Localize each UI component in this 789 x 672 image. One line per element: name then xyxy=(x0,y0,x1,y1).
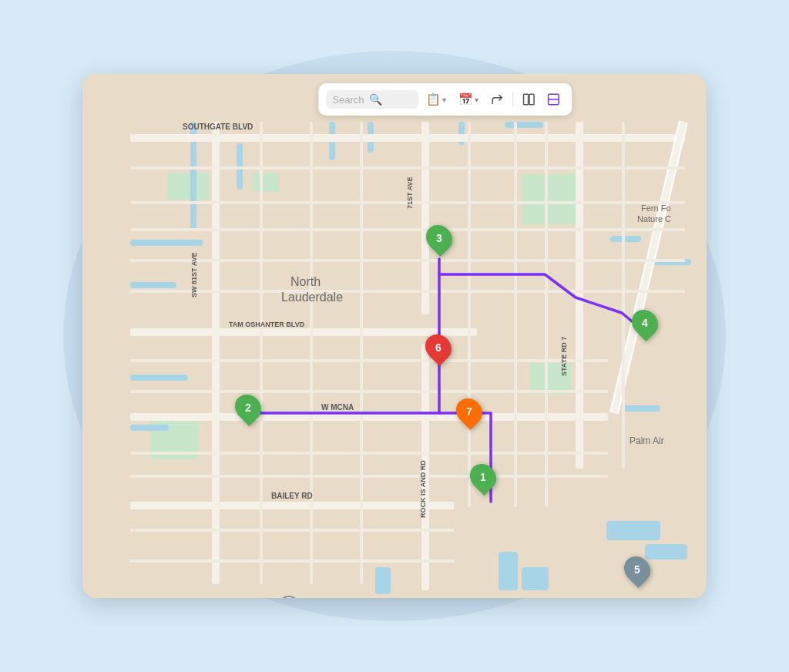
svg-rect-39 xyxy=(130,259,685,262)
toolbar-separator xyxy=(512,92,513,107)
svg-text:North: North xyxy=(290,275,321,288)
svg-rect-31 xyxy=(421,122,429,314)
layout-button[interactable] xyxy=(542,89,564,110)
svg-rect-24 xyxy=(522,567,549,590)
map-container: SOUTHGATE BLVD SW 81ST AVE 71ST AVE TAM … xyxy=(82,74,707,598)
svg-text:BAILEY RD: BAILEY RD xyxy=(271,492,313,500)
pin-number-6: 6 xyxy=(435,341,442,354)
svg-rect-67 xyxy=(524,94,529,105)
clipboard-icon: 📋 xyxy=(426,92,441,106)
search-icon[interactable]: 🔍 xyxy=(369,93,382,106)
svg-rect-5 xyxy=(167,173,210,200)
svg-rect-23 xyxy=(499,552,518,590)
svg-text:Lauderdale: Lauderdale xyxy=(281,291,343,304)
svg-rect-25 xyxy=(375,567,391,594)
toolbar: Search 🔍 📋 ▾ 📅 ▾ xyxy=(318,83,572,116)
svg-text:SOUTHGATE BLVD: SOUTHGATE BLVD xyxy=(183,123,253,131)
svg-rect-27 xyxy=(130,328,477,336)
svg-rect-45 xyxy=(130,529,454,532)
clipboard-arrow: ▾ xyxy=(442,96,446,104)
svg-rect-68 xyxy=(529,94,534,105)
svg-rect-1 xyxy=(522,174,583,224)
svg-rect-12 xyxy=(130,375,188,381)
svg-rect-21 xyxy=(606,521,660,540)
map-pin-7[interactable]: 7 xyxy=(457,398,482,425)
calendar-dropdown[interactable]: 📅 ▾ xyxy=(454,89,483,109)
map-pin-6[interactable]: 6 xyxy=(426,334,451,361)
outer-container: SOUTHGATE BLVD SW 81ST AVE 71ST AVE TAM … xyxy=(63,51,726,621)
svg-rect-22 xyxy=(645,544,687,559)
search-box[interactable]: Search 🔍 xyxy=(326,90,418,109)
map-svg: SOUTHGATE BLVD SW 81ST AVE 71ST AVE TAM … xyxy=(82,74,707,598)
svg-rect-17 xyxy=(505,122,543,128)
svg-rect-36 xyxy=(130,166,685,170)
svg-rect-38 xyxy=(130,228,685,231)
clipboard-dropdown[interactable]: 📋 ▾ xyxy=(421,89,451,109)
svg-text:SW 81ST AVE: SW 81ST AVE xyxy=(190,252,198,297)
pin-number-2: 2 xyxy=(245,402,251,414)
pin-number-7: 7 xyxy=(466,405,472,418)
svg-rect-52 xyxy=(545,122,548,507)
map-pin-4[interactable]: 4 xyxy=(633,309,657,337)
svg-rect-6 xyxy=(252,173,279,192)
svg-text:STATE RD 7: STATE RD 7 xyxy=(560,337,568,376)
svg-rect-53 xyxy=(622,122,625,469)
svg-text:TAM OSHANTER BLVD: TAM OSHANTER BLVD xyxy=(229,321,305,328)
svg-rect-41 xyxy=(130,359,608,362)
pin-number-3: 3 xyxy=(436,232,442,244)
pin-number-4: 4 xyxy=(642,317,648,329)
svg-rect-46 xyxy=(130,559,454,563)
map-pin-3[interactable]: 3 xyxy=(427,224,452,252)
split-view-button[interactable] xyxy=(518,89,539,110)
svg-text:71ST AVE: 71ST AVE xyxy=(406,176,414,209)
calendar-icon: 📅 xyxy=(458,92,473,106)
svg-rect-49 xyxy=(360,122,363,584)
svg-rect-20 xyxy=(622,405,660,412)
svg-rect-43 xyxy=(130,452,608,455)
svg-rect-33 xyxy=(576,122,583,469)
pin-number-5: 5 xyxy=(634,563,640,576)
search-text: Search xyxy=(332,94,364,106)
calendar-arrow: ▾ xyxy=(475,96,478,104)
map-pin-1[interactable]: 1 xyxy=(471,463,495,491)
svg-rect-47 xyxy=(260,122,263,584)
pin-number-1: 1 xyxy=(480,471,486,483)
map-pin-2[interactable]: 2 xyxy=(236,394,260,422)
svg-text:W MCNA: W MCNA xyxy=(321,403,354,412)
svg-rect-18 xyxy=(610,236,641,242)
svg-rect-13 xyxy=(130,425,169,431)
svg-rect-44 xyxy=(130,475,608,478)
svg-rect-48 xyxy=(310,122,313,584)
svg-rect-30 xyxy=(212,122,220,584)
svg-text:ROCK IS AND RD: ROCK IS AND RD xyxy=(419,460,427,518)
svg-rect-42 xyxy=(130,390,608,393)
svg-text:Nature C: Nature C xyxy=(637,214,671,223)
svg-rect-10 xyxy=(130,282,176,288)
map-pin-5[interactable]: 5 xyxy=(625,556,650,583)
svg-rect-51 xyxy=(514,122,517,507)
svg-text:Palm Air: Palm Air xyxy=(630,435,664,446)
svg-rect-9 xyxy=(130,240,203,246)
svg-rect-40 xyxy=(130,290,685,293)
navigate-button[interactable] xyxy=(486,89,508,110)
svg-rect-50 xyxy=(468,122,471,507)
svg-text:Fern Fo: Fern Fo xyxy=(641,203,671,213)
svg-rect-29 xyxy=(130,502,454,509)
